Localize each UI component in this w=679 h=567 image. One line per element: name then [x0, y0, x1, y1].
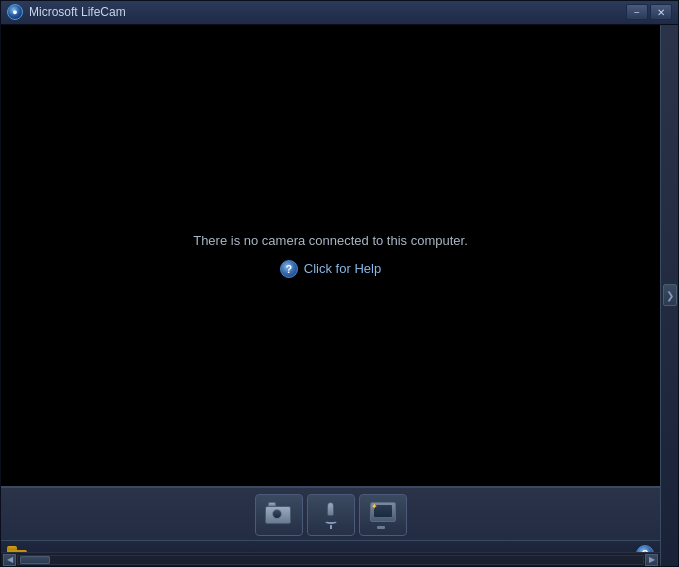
help-link[interactable]: ? Click for Help: [280, 260, 381, 278]
app-window: ● Microsoft LifeCam − ✕ There is no came…: [0, 0, 679, 567]
horizontal-scrollbar: ◀ ▶: [1, 552, 660, 566]
title-bar: ● Microsoft LifeCam − ✕: [1, 1, 678, 25]
no-camera-message: There is no camera connected to this com…: [193, 233, 468, 248]
scroll-track: [17, 555, 644, 565]
window-title: Microsoft LifeCam: [29, 5, 126, 19]
app-body: There is no camera connected to this com…: [1, 25, 678, 566]
toolbar-row: ✦: [1, 488, 660, 540]
scroll-left-button[interactable]: ◀: [3, 554, 16, 566]
help-link-text: Click for Help: [304, 261, 381, 276]
window-controls: − ✕: [626, 4, 672, 20]
panel-expand-button[interactable]: ❯: [663, 284, 677, 306]
scroll-thumb[interactable]: [20, 556, 50, 564]
microphone-button[interactable]: [307, 494, 355, 536]
help-link-icon: ?: [280, 260, 298, 278]
title-bar-left: ● Microsoft LifeCam: [7, 4, 126, 20]
scroll-right-button[interactable]: ▶: [645, 554, 658, 566]
camera-view: There is no camera connected to this com…: [1, 25, 660, 566]
right-panel: ❯: [660, 25, 678, 566]
camera-button[interactable]: [255, 494, 303, 536]
close-button[interactable]: ✕: [650, 4, 672, 20]
effects-button[interactable]: ✦: [359, 494, 407, 536]
app-icon: ●: [7, 4, 23, 20]
minimize-button[interactable]: −: [626, 4, 648, 20]
